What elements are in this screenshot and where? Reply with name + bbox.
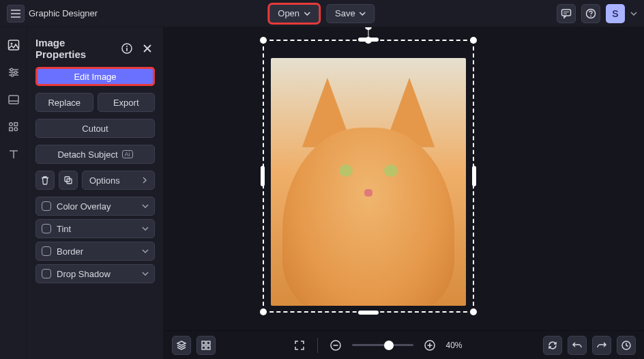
panel-close-button[interactable]	[140, 41, 155, 56]
replace-button[interactable]: Replace	[35, 93, 93, 112]
resize-handle-t[interactable]	[358, 38, 379, 42]
open-button[interactable]: Open	[269, 4, 319, 23]
export-label: Export	[113, 98, 139, 108]
rail-components-tool[interactable]	[5, 119, 22, 135]
zoom-level[interactable]: 40%	[446, 341, 469, 350]
checkbox-icon[interactable]	[42, 201, 51, 211]
save-button[interactable]: Save	[326, 4, 375, 23]
undo-icon	[572, 340, 583, 351]
prop-border[interactable]: Border	[35, 242, 155, 261]
prop-color-overlay[interactable]: Color Overlay	[35, 197, 155, 216]
zoom-in-button[interactable]	[420, 336, 439, 355]
zoom-slider-thumb[interactable]	[384, 341, 394, 350]
comments-button[interactable]	[557, 4, 576, 23]
detach-subject-label: Detach Subject	[57, 149, 117, 160]
grid-button[interactable]	[196, 336, 216, 355]
rail-adjust-tool[interactable]	[5, 64, 22, 81]
help-button[interactable]	[581, 4, 600, 23]
help-icon	[585, 8, 596, 19]
plus-circle-icon	[424, 339, 436, 351]
tool-rail	[0, 27, 27, 359]
resize-handle-l[interactable]	[261, 166, 265, 186]
main-menu-button[interactable]	[7, 5, 25, 23]
zoom-slider[interactable]	[352, 344, 413, 346]
chevron-down-icon[interactable]	[630, 12, 637, 16]
svg-point-2	[590, 15, 591, 16]
avatar-initial: S	[612, 8, 618, 19]
redo-button[interactable]	[592, 336, 611, 355]
svg-rect-17	[202, 341, 205, 345]
close-icon	[143, 44, 152, 53]
open-button-label: Open	[278, 8, 299, 18]
prop-label: Drop Shadow	[57, 269, 111, 279]
checkbox-icon[interactable]	[42, 246, 51, 256]
detach-subject-button[interactable]: Detach Subject Ai	[35, 145, 155, 164]
sync-button[interactable]	[543, 336, 562, 355]
rail-presets-tool[interactable]	[5, 91, 22, 108]
ai-badge: Ai	[122, 150, 133, 158]
canvas-area: 40%	[164, 27, 644, 359]
svg-rect-20	[207, 346, 210, 349]
panel-header: Image Properties	[35, 37, 155, 60]
panel-info-button[interactable]	[119, 41, 134, 56]
checkbox-icon[interactable]	[42, 269, 51, 278]
resize-handle-bl[interactable]	[260, 308, 267, 315]
cutout-button[interactable]: Cutout	[35, 119, 155, 138]
canvas[interactable]	[164, 27, 644, 330]
shapes-icon	[8, 121, 20, 133]
options-button[interactable]: Options	[82, 171, 155, 190]
cutout-label: Cutout	[82, 124, 108, 134]
svg-point-9	[9, 123, 12, 126]
chevron-right-icon	[142, 177, 147, 184]
expand-icon	[294, 340, 305, 351]
prop-drop-shadow[interactable]: Drop Shadow	[35, 264, 155, 283]
history-button[interactable]	[617, 336, 636, 355]
sliders-icon	[8, 66, 20, 78]
app-title: Graphic Designer	[29, 8, 98, 18]
edit-image-button[interactable]: Edit Image	[35, 67, 155, 86]
chevron-down-icon	[142, 204, 149, 208]
edit-image-label: Edit Image	[74, 72, 116, 82]
rotate-handle[interactable]	[365, 27, 372, 30]
rail-text-tool[interactable]	[5, 146, 22, 162]
work-area: Image Properties Edit Image Replace Expo…	[0, 27, 644, 359]
layers-button[interactable]	[172, 336, 191, 355]
hamburger-icon	[11, 10, 20, 18]
property-list: Color Overlay Tint Border Drop Shadow	[35, 197, 155, 283]
resize-handle-br[interactable]	[470, 308, 477, 315]
delete-button[interactable]	[35, 171, 55, 190]
info-icon	[121, 42, 133, 55]
user-avatar[interactable]: S	[606, 4, 625, 23]
panel-title: Image Properties	[35, 37, 114, 60]
sync-icon	[547, 340, 558, 351]
resize-handle-tr[interactable]	[470, 37, 477, 44]
bottom-bar: 40%	[164, 330, 644, 359]
selection-box[interactable]	[263, 40, 474, 313]
svg-rect-10	[14, 123, 18, 126]
replace-label: Replace	[48, 98, 80, 108]
prop-tint[interactable]: Tint	[35, 219, 155, 238]
resize-handle-b[interactable]	[358, 311, 379, 315]
checkbox-icon[interactable]	[42, 224, 51, 233]
svg-point-4	[10, 43, 12, 45]
svg-point-7	[11, 74, 14, 76]
fit-screen-button[interactable]	[290, 336, 309, 355]
zoom-out-button[interactable]	[326, 336, 345, 355]
svg-rect-18	[207, 341, 210, 345]
rail-image-tool[interactable]	[5, 37, 22, 53]
svg-rect-11	[9, 128, 12, 131]
resize-handle-tl[interactable]	[260, 37, 267, 44]
chevron-down-icon	[142, 272, 149, 276]
grid-icon	[201, 340, 211, 351]
image-icon	[8, 39, 20, 51]
resize-handle-r[interactable]	[472, 166, 476, 186]
export-button[interactable]: Export	[98, 93, 156, 112]
svg-rect-8	[9, 96, 18, 104]
svg-point-6	[14, 71, 17, 74]
chevron-down-icon	[304, 12, 310, 16]
duplicate-button[interactable]	[59, 171, 78, 190]
selected-image[interactable]	[271, 58, 466, 306]
undo-button[interactable]	[568, 336, 587, 355]
chevron-down-icon	[142, 249, 149, 253]
top-bar: Graphic Designer Open Save S	[0, 0, 644, 27]
